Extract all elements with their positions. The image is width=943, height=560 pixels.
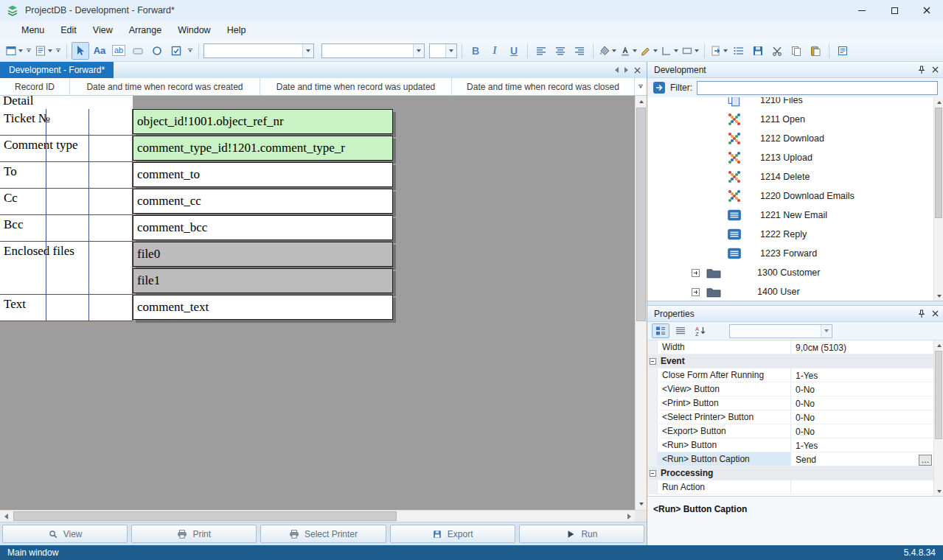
scrollbar-thumb[interactable] xyxy=(935,108,942,218)
pointer-tool-button[interactable] xyxy=(72,42,89,60)
export-button[interactable]: Export xyxy=(390,525,515,543)
field-header-created[interactable]: Date and time when record was created xyxy=(70,78,260,95)
maximize-button[interactable] xyxy=(878,0,911,21)
field-header-updated[interactable]: Date and time when record was updated xyxy=(260,78,452,95)
property-row-export-button[interactable]: <Export> Button0-No xyxy=(647,424,933,438)
menu-item-view[interactable]: View xyxy=(85,22,121,38)
scroll-down-button[interactable] xyxy=(934,291,943,301)
label-cell-bcc[interactable]: Bcc xyxy=(0,215,133,242)
property-row-width[interactable]: Width9,0см (5103) xyxy=(647,340,933,354)
categorized-view-button[interactable] xyxy=(652,323,669,338)
underline-button[interactable]: U xyxy=(505,42,523,60)
property-value[interactable]: Send… xyxy=(791,452,933,466)
menu-item-menu[interactable]: Menu xyxy=(13,22,52,38)
design-surface[interactable]: Detail Ticket № Comment type To Cc Bcc E… xyxy=(0,96,635,510)
view-button[interactable]: View xyxy=(2,525,128,543)
report-view-button[interactable] xyxy=(34,42,53,60)
property-row-print-button[interactable]: <Print> Button0-No xyxy=(647,396,933,410)
property-value[interactable]: 0-No xyxy=(791,396,933,410)
align-left-button[interactable] xyxy=(532,42,550,60)
panel-splitter[interactable] xyxy=(647,301,943,306)
scroll-down-button[interactable] xyxy=(636,498,647,510)
field-chooser-button[interactable] xyxy=(635,78,647,95)
tree-item-1213-upload[interactable]: 1213 Upload xyxy=(647,148,933,167)
property-value[interactable] xyxy=(791,480,933,494)
save-button[interactable] xyxy=(749,42,767,60)
field-box-file0[interactable]: file0 xyxy=(133,242,393,267)
designer-vertical-scrollbar[interactable] xyxy=(635,96,647,510)
scroll-up-button[interactable] xyxy=(636,96,647,108)
list-button[interactable] xyxy=(730,42,748,60)
menu-item-window[interactable]: Window xyxy=(170,22,218,38)
field-header-record-id[interactable]: Record ID xyxy=(0,78,70,95)
notes-button[interactable] xyxy=(834,42,852,60)
menu-item-arrange[interactable]: Arrange xyxy=(121,22,170,38)
navigate-icon[interactable] xyxy=(653,81,666,94)
property-value[interactable]: 0-No xyxy=(791,410,933,424)
scrollbar-track[interactable] xyxy=(12,511,623,522)
designer-horizontal-scrollbar[interactable] xyxy=(0,510,647,522)
property-row-run-button-caption[interactable]: <Run> Button CaptionSend… xyxy=(647,452,933,466)
scroll-down-button[interactable] xyxy=(934,486,943,496)
field-box-comment-cc[interactable]: comment_cc xyxy=(133,189,393,214)
field-box-comment-bcc[interactable]: comment_bcc xyxy=(133,215,393,240)
select-printer-button[interactable]: Select Printer xyxy=(260,525,386,543)
label-cell-to[interactable]: To xyxy=(0,162,133,189)
pin-icon[interactable] xyxy=(917,309,926,318)
filter-input[interactable] xyxy=(697,81,938,95)
zoom-combo[interactable] xyxy=(429,43,457,58)
field-box-comment-type[interactable]: comment_type_id!1201.comment_type_r xyxy=(133,136,393,161)
scrollbar-thumb[interactable] xyxy=(935,351,942,439)
font-family-combo[interactable] xyxy=(203,43,314,58)
label-tool-button[interactable]: Aa xyxy=(91,42,108,60)
tab-development-forward[interactable]: Development - Forward* xyxy=(0,62,114,78)
property-value[interactable]: 1-Yes xyxy=(791,438,933,452)
expand-plus-icon[interactable] xyxy=(692,288,700,296)
property-value[interactable]: 0-No xyxy=(791,424,933,438)
checkbox-tool-button[interactable] xyxy=(167,42,185,60)
combo-arrow-button[interactable] xyxy=(821,325,832,337)
combo-arrow-button[interactable] xyxy=(445,44,456,57)
expand-plus-icon[interactable] xyxy=(692,269,700,277)
tree-item-1212-download[interactable]: 1212 Download xyxy=(647,129,933,148)
tree-item-1400-user[interactable]: 1400 User xyxy=(647,282,933,301)
page-setup-button[interactable] xyxy=(709,42,728,60)
tree-scrollbar[interactable] xyxy=(933,97,943,301)
run-button[interactable]: Run xyxy=(519,525,644,543)
combo-arrow-button[interactable] xyxy=(302,44,313,57)
combo-arrow-button[interactable] xyxy=(413,44,424,57)
minimize-button[interactable] xyxy=(846,0,878,21)
tab-scroll-left-icon[interactable] xyxy=(615,67,619,73)
property-row-view-button[interactable]: <View> Button0-No xyxy=(647,382,933,396)
properties-scrollbar[interactable] xyxy=(933,340,943,496)
pin-icon[interactable] xyxy=(917,66,926,74)
property-row-select-printer-button[interactable]: <Select Printer> Button0-No xyxy=(647,410,933,424)
scroll-right-button[interactable] xyxy=(623,511,635,522)
object-selector-combo[interactable] xyxy=(729,324,832,338)
toolbar-overflow-icon[interactable] xyxy=(55,49,62,52)
tree-item-1220-download-emails[interactable]: 1220 Download Emails xyxy=(647,186,933,206)
close-button[interactable] xyxy=(911,0,943,21)
collapse-minus-icon[interactable] xyxy=(650,470,656,477)
property-value[interactable]: 0-No xyxy=(791,382,933,396)
field-box-file1[interactable]: file1 xyxy=(133,268,393,293)
scroll-left-button[interactable] xyxy=(0,511,12,522)
menu-item-edit[interactable]: Edit xyxy=(52,22,85,38)
list-view-button[interactable] xyxy=(672,323,689,338)
font-color-button[interactable] xyxy=(619,42,638,60)
property-category-event[interactable]: Event xyxy=(647,354,933,368)
scroll-up-button[interactable] xyxy=(934,340,943,350)
italic-button[interactable]: I xyxy=(486,42,504,60)
paste-button[interactable] xyxy=(807,42,824,60)
border-style-button[interactable] xyxy=(681,42,700,60)
field-box-comment-text[interactable]: comment_text xyxy=(133,295,393,320)
cut-button[interactable] xyxy=(768,42,786,60)
scrollbar-thumb[interactable] xyxy=(13,511,397,521)
tree-item-1214-delete[interactable]: 1214 Delete xyxy=(647,167,933,186)
property-value[interactable]: 9,0см (5103) xyxy=(791,340,933,354)
field-box-object-ref[interactable]: object_id!1001.object_ref_nr xyxy=(133,109,393,134)
fill-color-button[interactable] xyxy=(598,42,617,60)
tree-item-1300-customer[interactable]: 1300 Customer xyxy=(647,263,933,282)
ellipsis-editor-button[interactable]: … xyxy=(919,455,932,466)
bold-button[interactable]: B xyxy=(467,42,484,60)
